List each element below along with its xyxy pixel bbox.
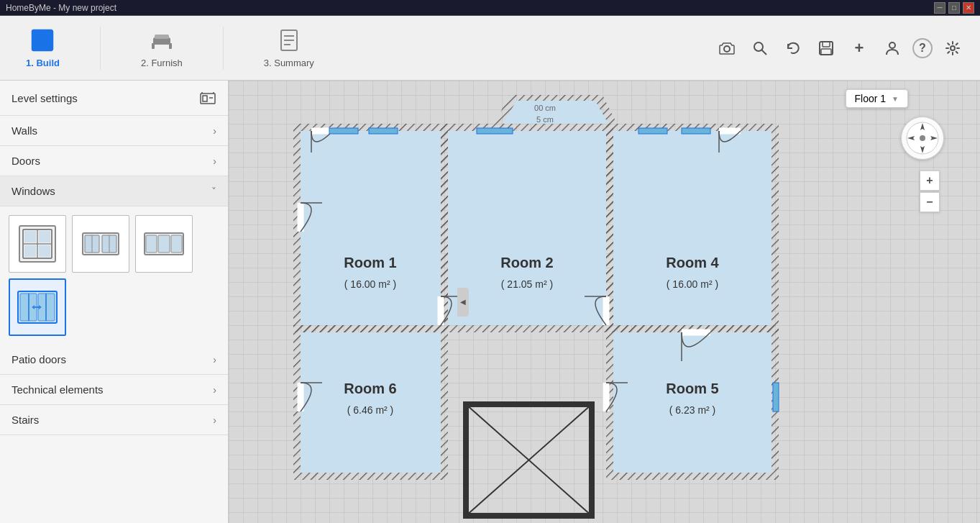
nav-item-summary[interactable]: 3. Summary [252,22,326,74]
svg-point-19 [951,46,955,50]
room1-area: ( 16.00 m² ) [344,278,396,290]
svg-rect-81 [477,128,513,134]
svg-rect-7 [155,35,169,39]
svg-rect-2 [42,30,52,39]
svg-rect-79 [329,128,358,134]
svg-rect-82 [638,128,667,134]
titlebar: HomeByMe - My new project ─ □ ✕ [0,0,980,16]
svg-rect-3 [32,40,52,50]
window-type-triple[interactable] [135,215,193,273]
level-settings-label: Level settings [12,92,78,104]
top-navigation: 1. Build 2. Furnish [0,16,980,81]
svg-rect-6 [169,43,172,49]
settings-button[interactable] [940,35,966,61]
window-type-double[interactable] [72,215,129,273]
summary-label: 3. Summary [264,58,314,68]
zoom-in-button[interactable]: + [920,170,940,191]
save-button[interactable] [813,35,839,61]
svg-rect-29 [24,231,36,242]
svg-rect-51 [448,131,606,325]
svg-rect-5 [152,43,155,49]
furnish-icon [149,27,175,53]
add-button[interactable]: + [846,35,872,61]
svg-rect-1 [32,30,41,39]
window-type-single[interactable] [9,215,66,273]
search-button[interactable] [747,35,773,61]
svg-line-14 [762,50,767,55]
room1-label: Room 1 [344,255,396,270]
windows-chevron: ˅ [211,186,216,197]
navigation-compass[interactable] [901,117,944,160]
svg-rect-41 [171,235,182,253]
minimize-button[interactable]: ─ [934,2,945,14]
stairs-label: Stairs [12,414,39,426]
nav-item-furnish[interactable]: 2. Furnish [129,22,194,74]
room4-label: Room 4 [666,255,719,270]
summary-icon [276,27,302,53]
svg-marker-62 [503,101,608,124]
svg-rect-80 [369,128,398,134]
technical-elements-chevron: › [213,384,216,396]
doors-label: Doors [12,155,40,167]
canvas-area[interactable]: ◀ [229,81,980,523]
build-icon [29,27,55,53]
user-button[interactable] [879,35,905,61]
svg-rect-83 [682,128,710,134]
build-label: 1. Build [26,58,60,68]
room5-label: Room 5 [666,381,718,396]
nav-item-build[interactable]: 1. Build [14,22,71,74]
svg-rect-53 [613,131,771,325]
stairs-chevron: › [213,414,216,426]
svg-rect-57 [613,332,771,473]
svg-rect-39 [146,235,157,253]
floor-selector-chevron: ▼ [892,95,899,103]
main-content: Level settings Walls › Doors › Windows ˅ [0,81,980,523]
sidebar-item-stairs[interactable]: Stairs › [0,405,228,435]
svg-rect-17 [821,49,831,55]
camera-button[interactable] [714,35,740,61]
dim-label-1: 00 cm [534,104,556,112]
sidebar-item-patio-doors[interactable]: Patio doors › [0,345,228,375]
svg-point-13 [754,42,763,51]
zoom-out-button[interactable]: − [920,192,940,212]
room5-area: ( 6.23 m² ) [669,404,716,416]
room6-area: ( 6.46 m² ) [347,404,394,416]
level-settings-header[interactable]: Level settings [0,81,228,116]
patio-doors-label: Patio doors [12,353,66,365]
sidebar-item-doors[interactable]: Doors › [0,146,228,176]
furnish-label: 2. Furnish [141,58,183,68]
floor-selector[interactable]: Floor 1 ▼ [846,89,908,108]
svg-rect-16 [823,42,830,47]
walls-label: Walls [12,124,37,137]
undo-button[interactable] [780,35,806,61]
dim-label-2: 5 cm [536,115,554,124]
svg-rect-55 [301,332,441,473]
doors-chevron: › [213,155,216,167]
svg-rect-21 [203,96,207,101]
close-button[interactable]: ✕ [963,2,974,14]
window-title: HomeByMe - My new project [6,3,934,13]
nav-divider-2 [223,27,224,70]
window-controls: ─ □ ✕ [934,2,974,14]
help-button[interactable]: ? [912,38,933,58]
patio-doors-chevron: › [213,354,216,365]
sidebar-item-windows[interactable]: Windows ˅ [0,176,228,206]
room2-area: ( 21.05 m² ) [501,278,553,290]
room2-label: Room 2 [500,255,553,270]
app: 1. Build 2. Furnish [0,16,980,523]
svg-rect-49 [301,131,441,325]
level-settings-icon [199,89,216,106]
sidebar-collapse-button[interactable]: ◀ [457,288,469,317]
technical-elements-label: Technical elements [12,383,104,396]
maximize-button[interactable]: □ [948,2,960,14]
sidebar-item-walls[interactable]: Walls › [0,116,228,146]
svg-rect-30 [39,231,50,242]
svg-rect-31 [24,245,36,257]
toolbar-right: + ? [714,35,966,61]
nav-divider-1 [100,27,101,70]
walls-chevron: › [213,125,216,137]
sidebar: Level settings Walls › Doors › Windows ˅ [0,81,229,523]
sidebar-item-technical-elements[interactable]: Technical elements › [0,375,228,405]
svg-point-90 [920,135,925,141]
window-type-special[interactable] [9,278,66,336]
